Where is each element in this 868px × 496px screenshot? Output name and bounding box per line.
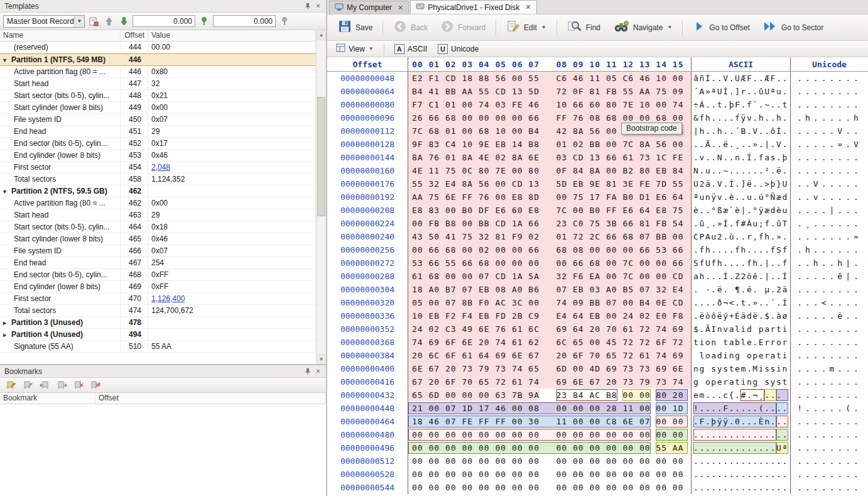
unicode-text[interactable]: ........ — [791, 322, 868, 336]
ascii-text[interactable]: ´A»ªUÍ.]r..ûUªu. — [692, 85, 791, 98]
remove-bookmark-icon[interactable] — [72, 379, 85, 392]
ascii-text[interactable]: è..°ßæ`è|.°ÿædèu — [692, 204, 791, 217]
next-record-icon[interactable] — [117, 15, 130, 28]
goto-sector-button[interactable]: Go to Sector — [757, 17, 829, 38]
unicode-text[interactable]: ...<.... — [791, 296, 868, 309]
expand-icon[interactable]: ▸ — [3, 317, 11, 328]
hex-bytes[interactable]: 8A 76 01 8A 4E 02 8A 6E 03 CD 13 66 61 7… — [408, 151, 692, 164]
tab-physicaldrive1[interactable]: PhysicalDrive1 - Fixed Disk ✕ — [410, 0, 536, 14]
collapse-icon[interactable]: ▾ — [3, 55, 11, 65]
unicode-text[interactable]: ........ — [791, 164, 868, 177]
template-field-row[interactable]: End sector (bits 0-5), cylin...4520x17 — [0, 138, 316, 150]
unicode-text[interactable]: .......» — [791, 230, 868, 243]
template-field-row[interactable]: End sector (bits 0-5), cylin...4680xFF — [0, 269, 316, 281]
ascii-text[interactable]: ..Ä..ë.¸..».|.V. — [692, 138, 791, 151]
hex-bytes[interactable]: 00 00 00 00 00 00 00 00 00 00 00 00 00 0… — [408, 455, 692, 468]
ascii-toggle-button[interactable]: A ASCII — [391, 43, 431, 55]
hex-region-partition-3[interactable]: 00 00 — [656, 416, 687, 427]
hex-bytes[interactable]: 74 69 6F 6E 20 74 61 62 6C 65 00 45 72 7… — [408, 336, 692, 349]
hex-region-partition-1[interactable]: 80 20 — [656, 389, 687, 401]
unicode-text[interactable]: ..h..h|. — [791, 256, 868, 270]
column-header-offset[interactable]: Offset — [121, 30, 148, 41]
unicode-text[interactable]: ........ — [791, 468, 868, 481]
column-header-bookmark-offset[interactable]: Offset — [95, 393, 326, 404]
ascii-text[interactable]: ................ — [692, 428, 791, 441]
previous-record-icon[interactable] — [102, 15, 115, 28]
hex-bytes[interactable]: 9F 83 C4 10 9E EB 14 B8 01 02 BB 00 7C 8… — [408, 138, 692, 151]
hex-bytes[interactable]: 00 FB B8 00 BB CD 1A 66 23 C0 75 3B 66 8… — [408, 217, 692, 230]
unicode-text[interactable]: .....V.. — [791, 124, 868, 138]
hex-bytes[interactable]: 21 00 07 1D 17 46 00 08 00 00 00 28 11 0… — [408, 402, 692, 415]
template-field-row[interactable]: Total sectors474124,700,672 — [0, 305, 316, 317]
add-bookmark-icon[interactable] — [4, 379, 17, 392]
template-field-row[interactable]: End head45129 — [0, 126, 316, 138]
offset-column-header[interactable]: Offset — [327, 57, 408, 71]
template-field-row[interactable]: Active partition flag (80 = ...4620x00 — [0, 197, 316, 209]
hex-bytes[interactable]: E8 83 00 B0 DF E6 60 E8 7C 00 B0 FF E6 6… — [408, 204, 692, 217]
hex-bytes[interactable]: F7 C1 01 00 74 03 FE 46 10 66 60 80 7E 1… — [408, 98, 692, 111]
scrollbar-thumb[interactable] — [317, 97, 325, 216]
hex-bytes[interactable]: 43 50 41 75 32 81 F9 02 01 72 2C 66 68 0… — [408, 230, 692, 243]
unicode-text[interactable]: ........ — [791, 481, 868, 494]
ascii-text[interactable]: .fh....fh....fSf — [692, 243, 791, 256]
ascii-text[interactable]: U2ä.V.Í.]ë..>þ}U — [692, 177, 791, 190]
ascii-text[interactable]: loading operati — [692, 349, 791, 362]
template-group-row[interactable]: ▾Partition 2 (NTFS, 59.5 GB)462 — [0, 185, 316, 197]
hex-bytes[interactable]: B4 41 BB AA 55 CD 13 5D 72 0F 81 FB 55 A… — [408, 85, 692, 98]
hex-region-signature[interactable]: 55 AA — [656, 442, 687, 454]
field-value-link[interactable]: 2,048 — [151, 163, 170, 172]
panel-close-icon[interactable]: × — [313, 1, 323, 11]
ascii-text[interactable]: .ëòôëý+Éädë.$.àø — [692, 309, 791, 322]
hex-bytes[interactable]: 00 66 68 00 02 00 00 66 68 08 00 00 00 6… — [408, 243, 692, 256]
unicode-column-header[interactable]: Unicode — [791, 57, 868, 71]
hex-bytes[interactable]: E2 F1 CD 18 88 56 00 55 C6 46 11 05 C6 4… — [408, 72, 692, 85]
template-manager-icon[interactable] — [87, 15, 100, 28]
hex-region-partition-3[interactable]: 00 00 00 00 00 00 00 00 00 00 00 00 00 0… — [408, 429, 651, 441]
template-field-row[interactable]: First sector4542,048 — [0, 162, 316, 174]
template-field-row[interactable]: File system ID4500x07 — [0, 114, 316, 126]
record-offset-input[interactable] — [133, 15, 195, 27]
template-field-row[interactable]: Signature (55 AA)51055 AA — [0, 341, 316, 353]
ascii-text[interactable]: CPAu2.ù..r,fh.». — [692, 230, 791, 243]
edit-bookmark-icon[interactable] — [21, 379, 34, 392]
template-field-row[interactable]: First sector4701,126,400 — [0, 293, 316, 305]
template-field-row[interactable]: End head467254 — [0, 257, 316, 269]
template-field-row[interactable]: End cylinder (lower 8 bits)4690xFF — [0, 281, 316, 293]
column-header-value[interactable]: Value — [148, 30, 316, 41]
hex-bytes[interactable]: 24 02 C3 49 6E 76 61 6C 69 64 20 70 61 7… — [408, 322, 692, 336]
ascii-text[interactable]: âñÍ..V.UÆF..ÆF.. — [692, 72, 791, 85]
unicode-text[interactable]: ........ — [791, 441, 868, 455]
ascii-text[interactable]: |h..h..´B.V..ôÍ. — [692, 124, 791, 138]
ascii-text[interactable]: tion table.Error — [692, 336, 791, 349]
expand-icon[interactable]: ▸ — [3, 329, 11, 340]
ascii-text[interactable]: em...c{.#.¬¸... — [692, 389, 791, 402]
column-header-bookmark[interactable]: Bookmark — [0, 393, 95, 404]
hex-region-partition-2[interactable]: 18 46 07 FE FF FF 00 30 11 00 00 C8 6E 0… — [408, 416, 651, 427]
hex-region-reserved[interactable]: 00 00 — [622, 389, 650, 401]
hex-bytes[interactable]: 18 46 07 FE FF FF 00 30 11 00 00 C8 6E 0… — [408, 415, 692, 428]
tab-my-computer[interactable]: My Computer ✕ — [329, 1, 409, 14]
save-button[interactable]: Save — [332, 16, 378, 38]
ascii-text[interactable]: ªunÿv.è..u.ú°Ñæd — [692, 190, 791, 204]
template-group-row[interactable]: ▸Partition 3 (Unused)478 — [0, 317, 316, 329]
forward-button[interactable]: Forward — [435, 16, 491, 38]
ascii-text[interactable]: ..............Uª — [692, 441, 791, 455]
ascii-text[interactable]: N.u..~......².ë. — [692, 164, 791, 177]
hex-region-partition-4[interactable]: 00 00 — [656, 429, 687, 441]
back-button[interactable]: Back — [388, 16, 433, 38]
templates-scrollbar[interactable]: ▲ ▼ — [316, 30, 326, 364]
unicode-text[interactable]: ........ — [791, 283, 868, 296]
next-bookmark-icon[interactable] — [55, 379, 68, 392]
ascii-text[interactable]: .û¸.»Í.f#Àu;f.ûT — [692, 217, 791, 230]
hex-bytes-plain[interactable]: 00 00 00 00 00 00 00 00 00 00 00 00 00 0… — [412, 482, 684, 493]
template-field-row[interactable]: Start cylinder (lower 8 bits)4490x00 — [0, 102, 316, 114]
collapse-icon[interactable]: ▾ — [3, 186, 11, 197]
unicode-text[interactable]: !.....(. — [791, 402, 868, 415]
template-field-row[interactable]: Active partition flag (80 = ...4460x80 — [0, 66, 316, 78]
ascii-text[interactable]: g operating syst — [692, 375, 791, 389]
ascii-text[interactable]: ................ — [692, 481, 791, 494]
hex-bytes[interactable]: 53 66 55 66 68 00 00 00 00 66 68 00 7C 0… — [408, 256, 692, 270]
template-group-row[interactable]: ▾Partition 1 (NTFS, 549 MB)446 — [0, 53, 316, 66]
remove-all-bookmarks-icon[interactable] — [89, 379, 102, 392]
ascii-text[interactable]: ....ð¬<.t.»..´.Í — [692, 296, 791, 309]
